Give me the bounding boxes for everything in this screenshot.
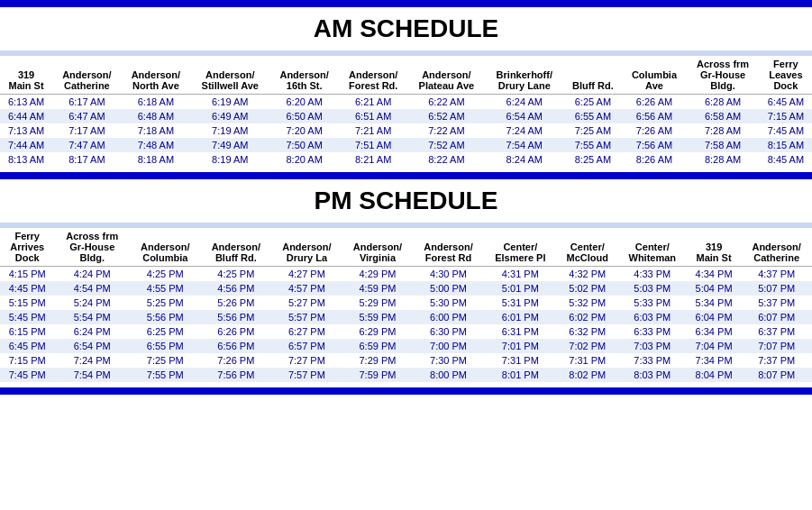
- am-cell-2-1: 7:17 AM: [52, 123, 122, 138]
- am-header-3: Anderson/ Stillwell Ave: [190, 56, 269, 95]
- am-cell-4-1: 8:17 AM: [52, 152, 122, 167]
- pm-cell-3-3: 5:56 PM: [201, 310, 272, 324]
- pm-cell-0-10: 4:34 PM: [687, 267, 741, 282]
- pm-cell-3-0: 5:45 PM: [0, 310, 54, 324]
- am-cell-2-8: 7:25 AM: [563, 123, 622, 138]
- pm-cell-3-4: 5:57 PM: [271, 310, 342, 324]
- pm-header-row: Ferry Arrives DockAcross frm Gr-House Bl…: [0, 228, 812, 267]
- am-cell-4-4: 8:20 AM: [269, 152, 339, 167]
- pm-cell-1-0: 4:45 PM: [0, 281, 54, 296]
- pm-cell-4-1: 6:24 PM: [54, 324, 130, 339]
- am-cell-4-6: 8:22 AM: [407, 152, 485, 167]
- am-header-8: Bluff Rd.: [563, 56, 622, 95]
- am-cell-3-9: 7:56 AM: [623, 138, 687, 152]
- bottom-blue-bar: [0, 387, 812, 395]
- top-blue-bar: [0, 0, 812, 7]
- pm-cell-5-9: 7:03 PM: [618, 339, 687, 353]
- pm-cell-0-11: 4:37 PM: [741, 267, 812, 282]
- pm-cell-6-4: 7:27 PM: [271, 353, 342, 368]
- pm-header-3: Anderson/ Bluff Rd.: [201, 228, 272, 267]
- pm-header-7: Center/ Elsmere Pl: [484, 228, 557, 267]
- am-cell-1-3: 6:49 AM: [190, 109, 269, 123]
- pm-cell-7-11: 8:07 PM: [741, 368, 812, 382]
- pm-cell-6-0: 7:15 PM: [0, 353, 54, 368]
- am-cell-3-8: 7:55 AM: [563, 138, 622, 152]
- pm-cell-0-9: 4:33 PM: [618, 267, 687, 282]
- am-header-row: 319 Main StAnderson/ CatherineAnderson/ …: [0, 56, 812, 95]
- pm-cell-1-6: 5:00 PM: [413, 281, 484, 296]
- pm-table: Ferry Arrives DockAcross frm Gr-House Bl…: [0, 228, 812, 382]
- pm-cell-2-11: 5:37 PM: [741, 296, 812, 310]
- am-cell-1-6: 6:52 AM: [407, 109, 485, 123]
- am-cell-2-3: 7:19 AM: [190, 123, 269, 138]
- am-cell-4-5: 8:21 AM: [339, 152, 408, 167]
- pm-cell-3-2: 5:56 PM: [130, 310, 201, 324]
- pm-cell-2-6: 5:30 PM: [413, 296, 484, 310]
- am-cell-4-2: 8:18 AM: [122, 152, 191, 167]
- pm-cell-1-4: 4:57 PM: [271, 281, 342, 296]
- am-cell-3-0: 7:44 AM: [0, 138, 52, 152]
- am-table: 319 Main StAnderson/ CatherineAnderson/ …: [0, 56, 812, 167]
- pm-cell-1-11: 5:07 PM: [741, 281, 812, 296]
- am-cell-0-4: 6:20 AM: [269, 95, 339, 110]
- am-cell-1-11: 7:15 AM: [760, 109, 812, 123]
- am-cell-0-2: 6:18 AM: [122, 95, 191, 110]
- pm-cell-4-2: 6:25 PM: [130, 324, 201, 339]
- pm-cell-7-1: 7:54 PM: [54, 368, 130, 382]
- am-header-6: Anderson/ Plateau Ave: [407, 56, 485, 95]
- am-cell-0-10: 6:28 AM: [686, 95, 759, 110]
- am-cell-2-6: 7:22 AM: [407, 123, 485, 138]
- pm-cell-5-6: 7:00 PM: [413, 339, 484, 353]
- am-cell-4-3: 8:19 AM: [190, 152, 269, 167]
- pm-cell-3-9: 6:03 PM: [618, 310, 687, 324]
- pm-cell-5-2: 6:55 PM: [130, 339, 201, 353]
- middle-blue-bar: [0, 172, 812, 179]
- pm-cell-7-9: 8:03 PM: [618, 368, 687, 382]
- am-cell-4-11: 8:45 AM: [760, 152, 812, 167]
- am-cell-2-10: 7:28 AM: [686, 123, 759, 138]
- pm-cell-5-4: 6:57 PM: [271, 339, 342, 353]
- pm-cell-6-11: 7:37 PM: [741, 353, 812, 368]
- am-cell-4-10: 8:28 AM: [686, 152, 759, 167]
- am-cell-0-3: 6:19 AM: [190, 95, 269, 110]
- pm-cell-5-0: 6:45 PM: [0, 339, 54, 353]
- pm-cell-5-10: 7:04 PM: [687, 339, 741, 353]
- pm-cell-4-10: 6:34 PM: [687, 324, 741, 339]
- pm-cell-3-11: 6:07 PM: [741, 310, 812, 324]
- pm-cell-6-2: 7:25 PM: [130, 353, 201, 368]
- am-cell-4-8: 8:25 AM: [563, 152, 622, 167]
- am-cell-3-5: 7:51 AM: [339, 138, 408, 152]
- pm-cell-0-3: 4:25 PM: [201, 267, 272, 282]
- pm-cell-6-3: 7:26 PM: [201, 353, 272, 368]
- pm-row-7: 7:45 PM7:54 PM7:55 PM7:56 PM7:57 PM7:59 …: [0, 368, 812, 382]
- pm-cell-5-11: 7:07 PM: [741, 339, 812, 353]
- pm-row-0: 4:15 PM4:24 PM4:25 PM4:25 PM4:27 PM4:29 …: [0, 267, 812, 282]
- pm-cell-2-5: 5:29 PM: [342, 296, 414, 310]
- am-section: AM SCHEDULE 319 Main StAnderson/ Catheri…: [0, 7, 812, 167]
- pm-cell-4-4: 6:27 PM: [271, 324, 342, 339]
- pm-cell-5-8: 7:02 PM: [557, 339, 618, 353]
- pm-cell-2-1: 5:24 PM: [54, 296, 130, 310]
- am-header-5: Anderson/ Forest Rd.: [339, 56, 408, 95]
- am-cell-1-2: 6:48 AM: [122, 109, 191, 123]
- pm-cell-1-2: 4:55 PM: [130, 281, 201, 296]
- pm-cell-1-5: 4:59 PM: [342, 281, 414, 296]
- pm-cell-3-6: 6:00 PM: [413, 310, 484, 324]
- pm-row-3: 5:45 PM5:54 PM5:56 PM5:56 PM5:57 PM5:59 …: [0, 310, 812, 324]
- pm-cell-0-7: 4:31 PM: [484, 267, 557, 282]
- pm-cell-1-9: 5:03 PM: [618, 281, 687, 296]
- am-cell-2-0: 7:13 AM: [0, 123, 52, 138]
- am-cell-3-6: 7:52 AM: [407, 138, 485, 152]
- pm-section: PM SCHEDULE Ferry Arrives DockAcross frm…: [0, 179, 812, 382]
- pm-title: PM SCHEDULE: [0, 179, 812, 223]
- pm-cell-1-1: 4:54 PM: [54, 281, 130, 296]
- pm-cell-7-0: 7:45 PM: [0, 368, 54, 382]
- am-header-11: Ferry Leaves Dock: [760, 56, 812, 95]
- pm-cell-6-5: 7:29 PM: [342, 353, 414, 368]
- pm-cell-7-8: 8:02 PM: [557, 368, 618, 382]
- pm-cell-4-11: 6:37 PM: [741, 324, 812, 339]
- pm-cell-4-6: 6:30 PM: [413, 324, 484, 339]
- am-row-1: 6:44 AM6:47 AM6:48 AM6:49 AM6:50 AM6:51 …: [0, 109, 812, 123]
- pm-cell-2-4: 5:27 PM: [271, 296, 342, 310]
- am-title: AM SCHEDULE: [0, 7, 812, 50]
